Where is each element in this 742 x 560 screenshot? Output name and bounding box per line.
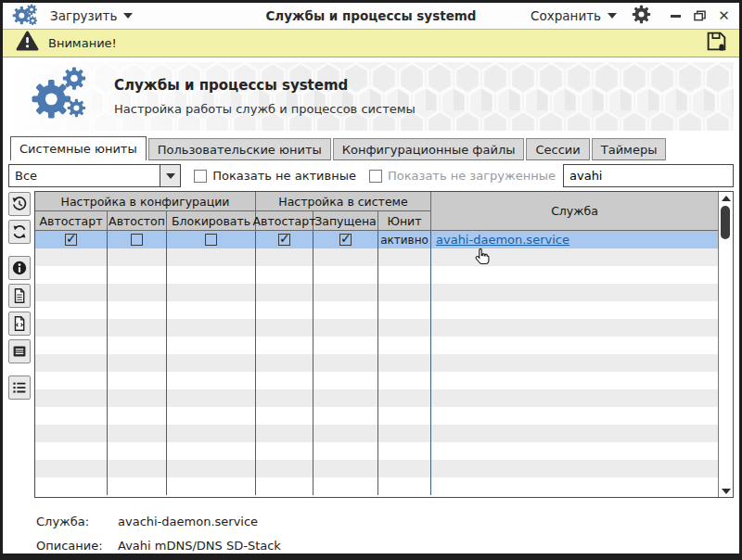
table-row-empty xyxy=(35,442,718,460)
checkbox-config-autostart[interactable] xyxy=(65,234,77,246)
table-row-empty xyxy=(35,319,718,337)
table-row-empty xyxy=(35,407,718,425)
save-menu-button[interactable]: Сохранить xyxy=(531,8,617,23)
warning-triangle-icon xyxy=(16,31,39,56)
source-file-button[interactable] xyxy=(8,312,31,336)
column-header-block[interactable]: Блокировать xyxy=(167,211,256,231)
save-menu-label: Сохранить xyxy=(531,8,601,23)
description-status-value: Avahi mDNS/DNS SD-Stack xyxy=(118,539,281,553)
save-file-icon[interactable] xyxy=(705,30,728,57)
app-logo-gears-icon xyxy=(31,67,88,126)
units-table: Настройка в конфигурации Настройка в сис… xyxy=(34,191,734,498)
chevron-down-icon xyxy=(608,13,617,19)
show-inactive-checkbox[interactable] xyxy=(194,170,207,183)
vertical-scrollbar[interactable] xyxy=(718,192,733,497)
chevron-down-icon xyxy=(166,173,175,179)
unit-list-button[interactable] xyxy=(8,375,31,400)
column-header-autostop[interactable]: Автостоп xyxy=(108,211,167,231)
content-row: Настройка в конфигурации Настройка в сис… xyxy=(8,191,734,498)
unit-list-icon xyxy=(11,379,28,396)
triangle-down-icon xyxy=(722,489,731,494)
table-row-selected[interactable]: активно avahi-daemon.service xyxy=(35,231,718,248)
page-title: Службы и процессы systemd xyxy=(114,77,416,94)
minimize-button[interactable] xyxy=(670,10,682,22)
filter-row: Все Показать не активные Показать не заг… xyxy=(8,164,734,187)
scroll-up-button[interactable] xyxy=(719,192,733,204)
column-header-running[interactable]: Запущена xyxy=(313,211,378,231)
table-body: активно avahi-daemon.service xyxy=(35,231,718,497)
source-file-icon xyxy=(11,315,28,332)
column-header-autostart-system[interactable]: Автостарт xyxy=(256,211,313,231)
checkbox-system-running[interactable] xyxy=(339,234,352,246)
close-button[interactable]: ✕ xyxy=(718,10,730,22)
unit-filter-dropdown[interactable]: Все xyxy=(8,164,181,187)
table-row-empty xyxy=(35,248,718,266)
history-icon xyxy=(11,196,28,212)
search-input[interactable] xyxy=(563,164,734,187)
unit-file-button[interactable] xyxy=(8,284,31,308)
service-status-value: avachi-daemon.service xyxy=(118,515,258,528)
titlebar: Загрузить Службы и процессы systemd Сохр… xyxy=(3,3,739,30)
show-unloaded-label: Показать не загруженные xyxy=(388,169,556,183)
table-row-empty xyxy=(35,389,718,407)
group-header-config: Настройка в конфигурации xyxy=(35,192,256,211)
table-row-empty xyxy=(35,284,718,301)
scroll-down-button[interactable] xyxy=(719,485,733,497)
table-row-empty xyxy=(35,425,718,442)
show-inactive-label: Показать не активные xyxy=(212,169,356,183)
app-gears-icon xyxy=(12,3,37,30)
info-icon xyxy=(11,260,28,276)
chevron-down-icon xyxy=(123,13,133,19)
unit-state-badge: активно xyxy=(380,234,429,247)
refresh-button[interactable] xyxy=(8,220,31,244)
load-menu-label: Загрузить xyxy=(50,8,117,23)
info-button[interactable] xyxy=(8,256,31,280)
column-header-unit[interactable]: Юнит xyxy=(378,211,431,231)
table-row-empty xyxy=(35,301,718,319)
document-icon xyxy=(11,287,28,304)
table-header: Настройка в конфигурации Настройка в сис… xyxy=(35,192,718,231)
tab-bar: Системные юниты Пользовательские юниты К… xyxy=(8,136,734,160)
restore-button[interactable] xyxy=(694,10,706,22)
group-header-system: Настройка в системе xyxy=(256,192,431,211)
tab-sessions[interactable]: Сессии xyxy=(526,138,589,160)
dropdown-arrow-button[interactable] xyxy=(160,165,180,186)
load-menu-button[interactable]: Загрузить xyxy=(50,8,133,23)
service-link[interactable]: avahi-daemon.service xyxy=(436,233,569,247)
column-header-autostart-config[interactable]: Автостарт xyxy=(35,211,108,231)
table-row-empty xyxy=(35,477,718,495)
table-row-empty xyxy=(35,337,718,354)
tab-system-units[interactable]: Системные юниты xyxy=(10,136,147,160)
table-row-empty xyxy=(35,372,718,389)
tab-timers[interactable]: Таймеры xyxy=(592,138,667,160)
checkbox-config-block[interactable] xyxy=(205,234,217,246)
unit-filter-value: Все xyxy=(9,165,160,186)
table-row-empty xyxy=(35,266,718,284)
table-row-empty xyxy=(35,354,718,372)
settings-gear-icon[interactable] xyxy=(632,5,651,28)
page-subtitle: Настройка работы служб и процессов систе… xyxy=(114,102,416,116)
status-area: Служба: avachi-daemon.service Описание: … xyxy=(8,509,734,557)
tab-user-units[interactable]: Пользовательские юниты xyxy=(148,138,331,160)
main-area: Службы и процессы systemd Настройка рабо… xyxy=(3,57,739,557)
tab-config-files[interactable]: Конфигурационные файлы xyxy=(333,138,525,160)
side-toolbar xyxy=(8,191,32,498)
refresh-icon xyxy=(11,223,28,240)
show-unloaded-checkbox[interactable] xyxy=(369,170,382,183)
triangle-up-icon xyxy=(722,196,731,201)
header-banner: Службы и процессы systemd Настройка рабо… xyxy=(8,62,734,131)
journal-button[interactable] xyxy=(8,339,31,363)
checkbox-config-autostop[interactable] xyxy=(131,234,143,246)
table-row-empty xyxy=(35,460,718,477)
journal-icon xyxy=(11,343,28,360)
service-status-label: Служба: xyxy=(36,515,118,528)
column-header-service[interactable]: Служба xyxy=(431,192,718,231)
scrollbar-thumb[interactable] xyxy=(721,206,730,239)
warning-bar: Внимание! xyxy=(3,30,739,57)
warning-label: Внимание! xyxy=(48,36,117,50)
description-status-label: Описание: xyxy=(36,539,118,553)
history-button[interactable] xyxy=(8,192,31,216)
checkbox-system-autostart[interactable] xyxy=(278,234,290,246)
app-window: Загрузить Службы и процессы systemd Сохр… xyxy=(0,0,742,560)
